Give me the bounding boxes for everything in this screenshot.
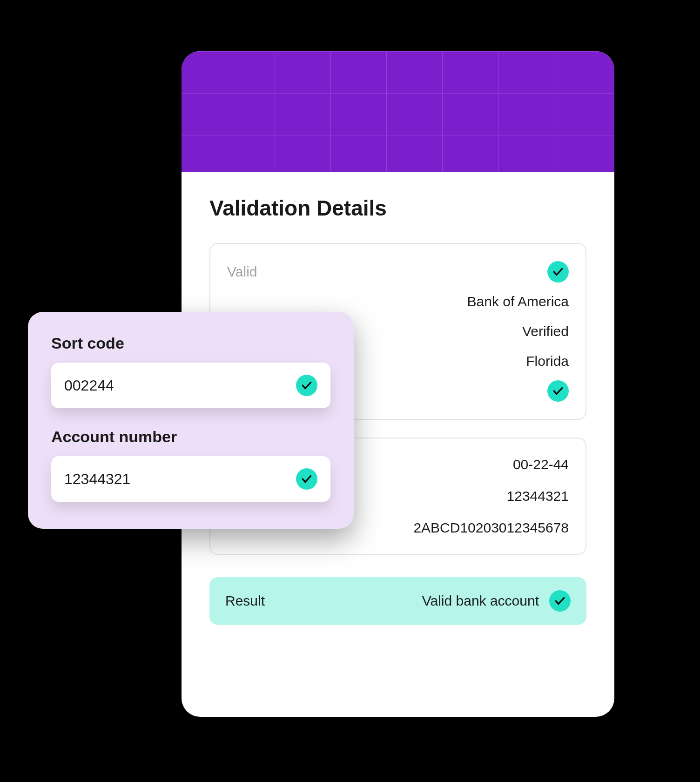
account-number-display: 12344321 (507, 488, 569, 504)
check-icon (296, 468, 317, 490)
result-bar: Result Valid bank account (209, 577, 586, 625)
account-number-input-row[interactable] (51, 456, 330, 502)
location-value: Florida (526, 353, 569, 369)
account-number-input[interactable] (64, 471, 296, 488)
input-overlay-card: Sort code Account number (28, 312, 354, 529)
check-icon (549, 590, 571, 612)
sort-code-display: 00-22-44 (513, 457, 569, 472)
sort-code-input[interactable] (64, 377, 296, 394)
result-label: Result (225, 593, 265, 609)
decorative-grid-header (182, 51, 614, 172)
sort-code-input-row[interactable] (51, 363, 330, 408)
sort-code-label: Sort code (51, 334, 330, 352)
account-number-label: Account number (51, 428, 330, 446)
result-text: Valid bank account (422, 593, 539, 609)
status-value: Verified (522, 324, 569, 339)
bank-value: Bank of America (467, 294, 569, 310)
iban-display-fragment: 2ABCD10203012345678 (413, 520, 569, 536)
card-title: Validation Details (209, 196, 586, 221)
valid-row: Valid (227, 257, 569, 287)
check-icon (547, 261, 569, 283)
check-icon (547, 380, 569, 402)
valid-label: Valid (227, 264, 257, 280)
check-icon (296, 375, 317, 396)
